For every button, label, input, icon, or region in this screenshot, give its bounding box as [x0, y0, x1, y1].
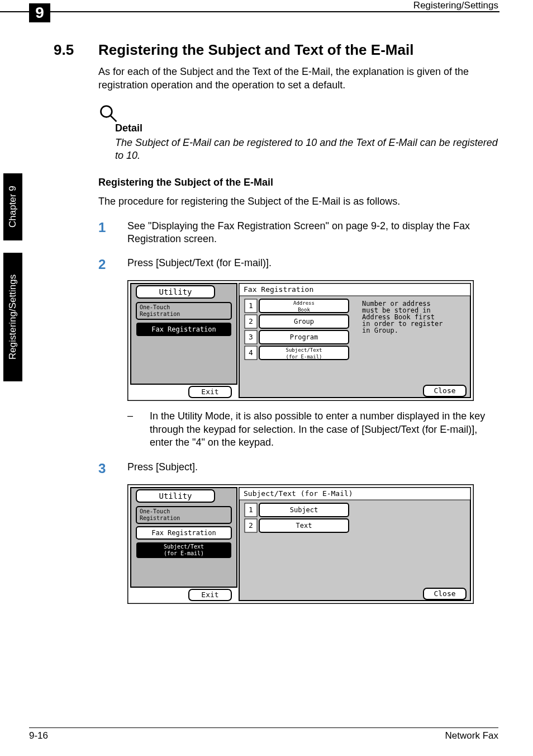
- section-title: Registering the Subject and Text of the …: [98, 41, 498, 59]
- footer-page: 9-16: [29, 730, 48, 741]
- side-tab-section: Registering/Settings: [3, 253, 22, 381]
- ss2-close: Close: [434, 589, 455, 598]
- subheading: Registering the Subject of the E-Mail: [98, 177, 498, 188]
- step-3-text: Press [Subject].: [127, 461, 498, 474]
- ss1-b3-num: 3: [249, 333, 253, 341]
- step-3-number: 3: [98, 461, 127, 476]
- ss2-b1-num: 1: [249, 505, 253, 514]
- ss1-b1-num: 1: [249, 301, 253, 310]
- section-number: 9.5: [54, 41, 98, 59]
- subject-text-screenshot: Utility One-TouchRegistration Fax Regist…: [127, 484, 498, 604]
- ss1-panel-title: Fax Registration: [244, 285, 313, 294]
- svg-line-1: [111, 115, 117, 121]
- ss1-exit: Exit: [201, 388, 218, 396]
- step-1-number: 1: [98, 220, 127, 235]
- ss2-nav3: Subject/Text(for E-mail): [164, 544, 204, 556]
- ss2-b2-label: Text: [296, 522, 312, 530]
- ss2-panel-title: Subject/Text (for E-Mail): [244, 489, 353, 498]
- ss1-close: Close: [434, 386, 455, 395]
- step-2-text: Press [Subject/Text (for E-mail)].: [127, 257, 498, 270]
- side-tab-chapter: Chapter 9: [3, 173, 22, 240]
- running-title: Registering/Settings: [413, 0, 498, 11]
- sub-intro: The procedure for registering the Subjec…: [98, 195, 498, 208]
- ss1-b2-num: 2: [249, 317, 253, 325]
- section-intro: As for each of the Subject and the Text …: [98, 65, 498, 92]
- step-1-text: See "Displaying the Fax Registration Scr…: [127, 220, 498, 246]
- ss1-b2-label: Group: [294, 318, 314, 325]
- detail-heading: Detail: [115, 122, 498, 134]
- svg-point-0: [101, 106, 112, 117]
- fax-registration-screenshot: Utility One-TouchRegistration Fax Regist…: [127, 280, 498, 401]
- bullet-text: In the Utility Mode, it is also possible…: [150, 410, 498, 449]
- step-2-number: 2: [98, 257, 127, 272]
- ss1-utility: Utility: [159, 287, 192, 296]
- bullet-dash: –: [127, 410, 150, 422]
- ss2-b2-num: 2: [249, 521, 253, 530]
- detail-body: The Subject of E-Mail can be registered …: [115, 136, 498, 163]
- ss2-nav2: Fax Registration: [151, 529, 216, 537]
- ss2-exit: Exit: [201, 590, 218, 599]
- footer-doc: Network Fax: [445, 730, 498, 741]
- ss1-nav2: Fax Registration: [151, 325, 216, 333]
- ss1-b3-label: Program: [290, 333, 318, 341]
- chapter-tab: 9: [29, 3, 50, 22]
- ss1-b4-num: 4: [249, 348, 253, 357]
- ss2-utility: Utility: [159, 492, 192, 500]
- ss2-b1-label: Subject: [290, 506, 318, 514]
